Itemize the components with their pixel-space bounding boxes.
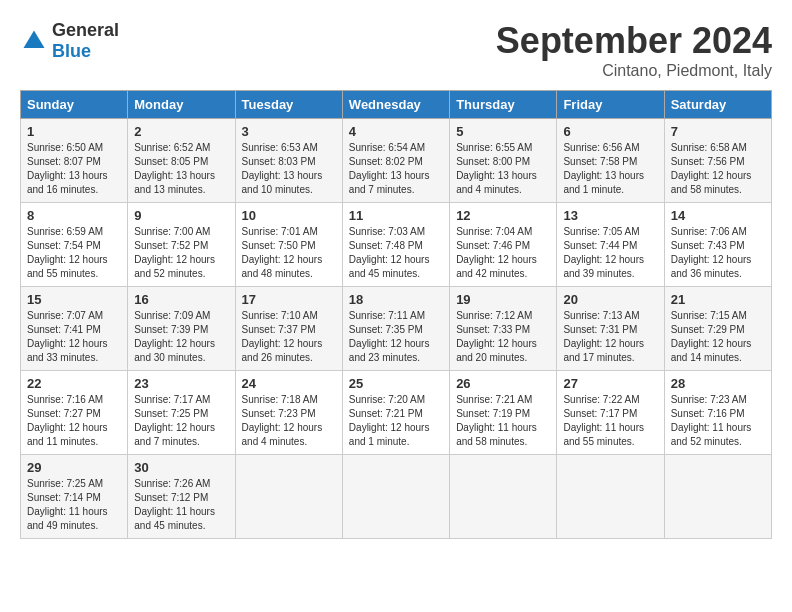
day-info: Sunrise: 7:21 AM Sunset: 7:19 PM Dayligh… (456, 393, 550, 449)
day-info: Sunrise: 6:50 AM Sunset: 8:07 PM Dayligh… (27, 141, 121, 197)
calendar-cell: 24 Sunrise: 7:18 AM Sunset: 7:23 PM Dayl… (235, 371, 342, 455)
header-monday: Monday (128, 91, 235, 119)
sunrise-time: Sunrise: 6:56 AM (563, 142, 639, 153)
daylight-hours: Daylight: 11 hours and 55 minutes. (563, 422, 644, 447)
calendar-cell (664, 455, 771, 539)
sunrise-time: Sunrise: 7:18 AM (242, 394, 318, 405)
sunset-time: Sunset: 7:29 PM (671, 324, 745, 335)
sunset-time: Sunset: 7:12 PM (134, 492, 208, 503)
daylight-hours: Daylight: 12 hours and 4 minutes. (242, 422, 323, 447)
daylight-hours: Daylight: 12 hours and 7 minutes. (134, 422, 215, 447)
day-number: 11 (349, 208, 443, 223)
daylight-hours: Daylight: 13 hours and 16 minutes. (27, 170, 108, 195)
calendar-cell: 5 Sunrise: 6:55 AM Sunset: 8:00 PM Dayli… (450, 119, 557, 203)
calendar-cell: 6 Sunrise: 6:56 AM Sunset: 7:58 PM Dayli… (557, 119, 664, 203)
sunset-time: Sunset: 7:41 PM (27, 324, 101, 335)
sunset-time: Sunset: 7:37 PM (242, 324, 316, 335)
sunrise-time: Sunrise: 7:15 AM (671, 310, 747, 321)
sunset-time: Sunset: 7:27 PM (27, 408, 101, 419)
calendar-week-row: 8 Sunrise: 6:59 AM Sunset: 7:54 PM Dayli… (21, 203, 772, 287)
header-friday: Friday (557, 91, 664, 119)
sunrise-time: Sunrise: 7:21 AM (456, 394, 532, 405)
day-info: Sunrise: 7:00 AM Sunset: 7:52 PM Dayligh… (134, 225, 228, 281)
day-number: 4 (349, 124, 443, 139)
daylight-hours: Daylight: 12 hours and 33 minutes. (27, 338, 108, 363)
sunset-time: Sunset: 8:03 PM (242, 156, 316, 167)
sunset-time: Sunset: 7:31 PM (563, 324, 637, 335)
day-info: Sunrise: 7:22 AM Sunset: 7:17 PM Dayligh… (563, 393, 657, 449)
header-sunday: Sunday (21, 91, 128, 119)
day-info: Sunrise: 7:23 AM Sunset: 7:16 PM Dayligh… (671, 393, 765, 449)
day-info: Sunrise: 7:13 AM Sunset: 7:31 PM Dayligh… (563, 309, 657, 365)
calendar-cell: 1 Sunrise: 6:50 AM Sunset: 8:07 PM Dayli… (21, 119, 128, 203)
calendar-cell: 19 Sunrise: 7:12 AM Sunset: 7:33 PM Dayl… (450, 287, 557, 371)
day-info: Sunrise: 7:15 AM Sunset: 7:29 PM Dayligh… (671, 309, 765, 365)
sunrise-time: Sunrise: 7:01 AM (242, 226, 318, 237)
title-block: September 2024 Cintano, Piedmont, Italy (496, 20, 772, 80)
day-number: 28 (671, 376, 765, 391)
sunrise-time: Sunrise: 7:13 AM (563, 310, 639, 321)
sunrise-time: Sunrise: 6:58 AM (671, 142, 747, 153)
daylight-hours: Daylight: 12 hours and 30 minutes. (134, 338, 215, 363)
sunrise-time: Sunrise: 7:05 AM (563, 226, 639, 237)
day-number: 24 (242, 376, 336, 391)
day-number: 2 (134, 124, 228, 139)
daylight-hours: Daylight: 12 hours and 26 minutes. (242, 338, 323, 363)
calendar-cell: 25 Sunrise: 7:20 AM Sunset: 7:21 PM Dayl… (342, 371, 449, 455)
sunset-time: Sunset: 7:14 PM (27, 492, 101, 503)
day-info: Sunrise: 6:56 AM Sunset: 7:58 PM Dayligh… (563, 141, 657, 197)
calendar-cell: 26 Sunrise: 7:21 AM Sunset: 7:19 PM Dayl… (450, 371, 557, 455)
sunset-time: Sunset: 7:58 PM (563, 156, 637, 167)
daylight-hours: Daylight: 12 hours and 48 minutes. (242, 254, 323, 279)
day-info: Sunrise: 7:09 AM Sunset: 7:39 PM Dayligh… (134, 309, 228, 365)
sunrise-time: Sunrise: 7:20 AM (349, 394, 425, 405)
day-info: Sunrise: 7:12 AM Sunset: 7:33 PM Dayligh… (456, 309, 550, 365)
day-number: 18 (349, 292, 443, 307)
sunset-time: Sunset: 7:23 PM (242, 408, 316, 419)
header-saturday: Saturday (664, 91, 771, 119)
daylight-hours: Daylight: 13 hours and 7 minutes. (349, 170, 430, 195)
daylight-hours: Daylight: 13 hours and 1 minute. (563, 170, 644, 195)
day-info: Sunrise: 7:16 AM Sunset: 7:27 PM Dayligh… (27, 393, 121, 449)
daylight-hours: Daylight: 12 hours and 55 minutes. (27, 254, 108, 279)
sunset-time: Sunset: 8:00 PM (456, 156, 530, 167)
calendar-week-row: 15 Sunrise: 7:07 AM Sunset: 7:41 PM Dayl… (21, 287, 772, 371)
calendar-cell: 2 Sunrise: 6:52 AM Sunset: 8:05 PM Dayli… (128, 119, 235, 203)
sunrise-time: Sunrise: 6:59 AM (27, 226, 103, 237)
day-number: 10 (242, 208, 336, 223)
sunset-time: Sunset: 8:02 PM (349, 156, 423, 167)
daylight-hours: Daylight: 12 hours and 36 minutes. (671, 254, 752, 279)
daylight-hours: Daylight: 12 hours and 17 minutes. (563, 338, 644, 363)
daylight-hours: Daylight: 13 hours and 4 minutes. (456, 170, 537, 195)
day-number: 8 (27, 208, 121, 223)
calendar-week-row: 29 Sunrise: 7:25 AM Sunset: 7:14 PM Dayl… (21, 455, 772, 539)
sunset-time: Sunset: 7:44 PM (563, 240, 637, 251)
daylight-hours: Daylight: 12 hours and 39 minutes. (563, 254, 644, 279)
daylight-hours: Daylight: 12 hours and 11 minutes. (27, 422, 108, 447)
day-number: 22 (27, 376, 121, 391)
day-number: 14 (671, 208, 765, 223)
day-number: 26 (456, 376, 550, 391)
sunrise-time: Sunrise: 7:09 AM (134, 310, 210, 321)
day-info: Sunrise: 6:59 AM Sunset: 7:54 PM Dayligh… (27, 225, 121, 281)
logo-text: General Blue (52, 20, 119, 62)
day-info: Sunrise: 7:07 AM Sunset: 7:41 PM Dayligh… (27, 309, 121, 365)
sunrise-time: Sunrise: 7:17 AM (134, 394, 210, 405)
sunset-time: Sunset: 8:07 PM (27, 156, 101, 167)
calendar-cell: 14 Sunrise: 7:06 AM Sunset: 7:43 PM Dayl… (664, 203, 771, 287)
calendar-week-row: 22 Sunrise: 7:16 AM Sunset: 7:27 PM Dayl… (21, 371, 772, 455)
sunset-time: Sunset: 7:17 PM (563, 408, 637, 419)
day-info: Sunrise: 7:01 AM Sunset: 7:50 PM Dayligh… (242, 225, 336, 281)
daylight-hours: Daylight: 12 hours and 42 minutes. (456, 254, 537, 279)
day-number: 19 (456, 292, 550, 307)
calendar-cell: 27 Sunrise: 7:22 AM Sunset: 7:17 PM Dayl… (557, 371, 664, 455)
calendar-cell: 13 Sunrise: 7:05 AM Sunset: 7:44 PM Dayl… (557, 203, 664, 287)
daylight-hours: Daylight: 12 hours and 20 minutes. (456, 338, 537, 363)
day-info: Sunrise: 7:17 AM Sunset: 7:25 PM Dayligh… (134, 393, 228, 449)
calendar-cell: 10 Sunrise: 7:01 AM Sunset: 7:50 PM Dayl… (235, 203, 342, 287)
day-info: Sunrise: 6:52 AM Sunset: 8:05 PM Dayligh… (134, 141, 228, 197)
sunrise-time: Sunrise: 7:25 AM (27, 478, 103, 489)
sunrise-time: Sunrise: 6:52 AM (134, 142, 210, 153)
sunrise-time: Sunrise: 7:11 AM (349, 310, 425, 321)
calendar-cell (450, 455, 557, 539)
